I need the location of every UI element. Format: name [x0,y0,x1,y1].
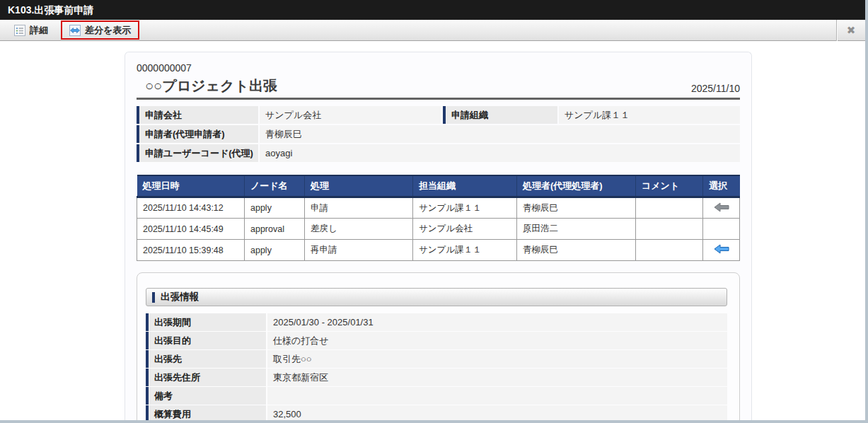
content-area: 0000000007 ○○プロジェクト出張 2025/11/10 申請会社サンプ… [0,41,865,420]
history-cell-datetime: 2025/11/10 15:39:48 [137,240,245,261]
table-row: 2025/11/10 15:39:48apply再申請サンプル課１１青柳辰巳 [137,240,740,261]
applicant-form: 申請会社サンプル会社申請組織サンプル課１１申請者(代理申請者)青柳辰巳申請ユーザ… [137,106,740,162]
history-cell-node: approval [245,219,305,240]
field-value: 東京都新宿区 [267,369,727,386]
field-value: サンプル会社 [260,106,441,124]
double-arrow-icon [69,25,81,36]
field-value: 仕様の打合せ [267,332,727,349]
field-label: 出張先住所 [146,369,266,386]
history-cell-comment [636,219,703,240]
field-label: 申請組織 [443,106,557,124]
history-cell-org: サンプル課１１ [413,240,517,261]
history-cell-datetime: 2025/11/10 14:45:49 [137,219,245,240]
form-row: 申請者(代理申請者)青柳辰巳 [137,125,740,143]
document-title-row: ○○プロジェクト出張 2025/11/10 [137,75,740,100]
history-cell-node: apply [245,197,305,219]
history-cell-action: 差戻し [305,219,413,240]
field-label: 申請ユーザーコード(代理) [137,144,258,162]
trip-info-panel: 出張情報 出張期間2025/01/30 - 2025/01/31出張目的仕様の打… [137,272,740,420]
field-label: 概算費用 [146,405,266,420]
field-label: 申請者(代理申請者) [137,125,258,143]
history-cell-action: 申請 [305,197,413,219]
history-cell-comment [636,197,703,219]
document-panel: 0000000007 ○○プロジェクト出張 2025/11/10 申請会社サンプ… [125,52,752,420]
history-cell-datetime: 2025/11/10 14:43:12 [137,197,245,219]
section-accent-bar [152,292,155,303]
history-cell-select [703,240,740,261]
application-window: K103.出張事前申請 詳細 [0,0,868,423]
history-cell-org: サンプル会社 [413,219,517,240]
field-label: 出張先 [146,350,266,368]
history-column-header: 選択 [703,175,740,197]
history-column-header: 処理日時 [137,175,245,197]
field-value: サンプル課１１ [559,106,740,124]
field-value: aoyagi [260,144,740,162]
trip-section-title: 出張情報 [161,291,199,303]
history-column-header: 処理者(代理処理者) [517,175,636,197]
history-cell-comment [636,240,703,261]
history-column-header: 担当組織 [413,175,517,197]
history-table-body: 2025/11/10 14:43:12apply申請サンプル課１１青柳辰巳202… [137,197,740,261]
select-arrow-blue-icon[interactable] [714,246,729,256]
form-row: 出張期間2025/01/30 - 2025/01/31 [146,313,727,331]
detail-button-label: 詳細 [30,24,48,37]
document-date: 2025/11/10 [691,83,740,95]
list-detail-icon [14,25,25,36]
history-cell-node: apply [245,240,305,261]
show-diff-button-label: 差分を表示 [85,24,131,37]
form-row: 申請会社サンプル会社申請組織サンプル課１１ [137,106,740,124]
close-icon[interactable]: ✖ [837,20,865,41]
field-label: 出張期間 [146,313,266,331]
history-header-row: 処理日時ノード名処理担当組織処理者(代理処理者)コメント選択 [137,175,740,197]
field-label: 出張目的 [146,332,266,349]
form-row: 備考 [146,387,727,405]
history-column-header: ノード名 [245,175,305,197]
history-cell-action: 再申請 [305,240,413,261]
form-row: 申請ユーザーコード(代理)aoyagi [137,144,740,162]
select-arrow-gray-icon[interactable] [714,204,729,214]
history-cell-processor: 青柳辰巳 [517,197,636,219]
show-diff-button[interactable]: 差分を表示 [66,21,134,40]
history-cell-org: サンプル課１１ [413,197,517,219]
trip-section-header: 出張情報 [146,288,727,306]
form-row: 出張先住所東京都新宿区 [146,369,727,386]
history-table: 処理日時ノード名処理担当組織処理者(代理処理者)コメント選択 2025/11/1… [137,175,740,261]
history-cell-processor: 青柳辰巳 [517,240,636,261]
diff-button-highlight: 差分を表示 [61,21,139,40]
table-row: 2025/11/10 14:45:49approval差戻しサンプル会社原田浩二 [137,219,740,240]
field-value: 32,500 [267,405,727,420]
field-value: 取引先○○ [267,350,727,368]
form-row: 出張先取引先○○ [146,350,727,368]
document-number: 0000000007 [137,62,740,74]
document-title: ○○プロジェクト出張 [145,76,277,95]
history-column-header: 処理 [305,175,413,197]
toolbar: 詳細 差分を表示 ✖ [0,20,865,41]
field-label: 申請会社 [137,106,258,124]
field-value: 青柳辰巳 [260,125,740,143]
window-title: K103.出張事前申請 [0,0,865,20]
table-row: 2025/11/10 14:43:12apply申請サンプル課１１青柳辰巳 [137,197,740,219]
detail-button[interactable]: 詳細 [8,21,54,40]
history-cell-processor: 原田浩二 [517,219,636,240]
field-label: 備考 [146,387,266,405]
trip-form: 出張期間2025/01/30 - 2025/01/31出張目的仕様の打合せ出張先… [146,313,727,420]
field-value [267,387,727,405]
form-row: 概算費用32,500 [146,405,727,420]
form-row: 出張目的仕様の打合せ [146,332,727,349]
history-cell-select [703,219,740,240]
field-value: 2025/01/30 - 2025/01/31 [267,313,727,331]
history-cell-select [703,197,740,219]
history-column-header: コメント [636,175,703,197]
